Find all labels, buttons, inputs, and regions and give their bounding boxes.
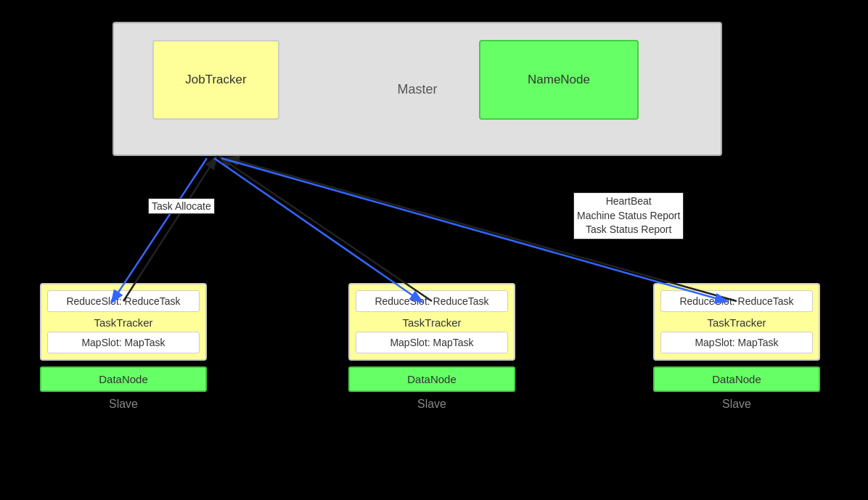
slave-box-2: ReduceSlot: ReduceTask TaskTracker MapSl…	[348, 283, 515, 361]
slave-box-1: ReduceSlot: ReduceTask TaskTracker MapSl…	[40, 283, 207, 361]
tasktracker-label-3: TaskTracker	[660, 316, 813, 329]
slave-box-3: ReduceSlot: ReduceTask TaskTracker MapSl…	[653, 283, 820, 361]
master-label: Master	[397, 81, 437, 97]
map-slot-1: MapSlot: MapTask	[47, 332, 200, 353]
reduce-slot-3: ReduceSlot: ReduceTask	[660, 290, 813, 312]
tasktracker-label-2: TaskTracker	[356, 316, 508, 329]
map-slot-3: MapSlot: MapTask	[660, 332, 813, 353]
datanode-box-1: DataNode	[40, 366, 207, 392]
slave-label-1: Slave	[109, 398, 138, 411]
datanode-box-3: DataNode	[653, 366, 820, 392]
task-allocate-label: Task Allocate	[148, 198, 215, 214]
diagram-area: Master JobTracker NameNode ReduceSlot: R…	[0, 0, 868, 500]
tasktracker-label-1: TaskTracker	[47, 316, 200, 329]
slave-container-1: ReduceSlot: ReduceTask TaskTracker MapSl…	[40, 283, 207, 411]
map-slot-2: MapSlot: MapTask	[356, 332, 508, 353]
slave-container-2: ReduceSlot: ReduceTask TaskTracker MapSl…	[348, 283, 515, 411]
slave-container-3: ReduceSlot: ReduceTask TaskTracker MapSl…	[653, 283, 820, 411]
reduce-slot-1: ReduceSlot: ReduceTask	[47, 290, 200, 312]
namenode-label: NameNode	[528, 73, 590, 87]
datanode-box-2: DataNode	[348, 366, 515, 392]
svg-line-4	[214, 158, 421, 301]
svg-line-3	[112, 158, 207, 301]
jobtracker-box: JobTracker	[152, 40, 279, 120]
slave-label-3: Slave	[722, 398, 751, 411]
jobtracker-label: JobTracker	[185, 73, 246, 87]
reduce-slot-2: ReduceSlot: ReduceTask	[356, 290, 508, 312]
svg-line-0	[123, 158, 216, 301]
svg-line-1	[221, 158, 432, 301]
slave-label-2: Slave	[417, 398, 446, 411]
heartbeat-label: HeartBeat Machine Status Report Task Sta…	[573, 192, 684, 239]
namenode-box: NameNode	[479, 40, 639, 120]
